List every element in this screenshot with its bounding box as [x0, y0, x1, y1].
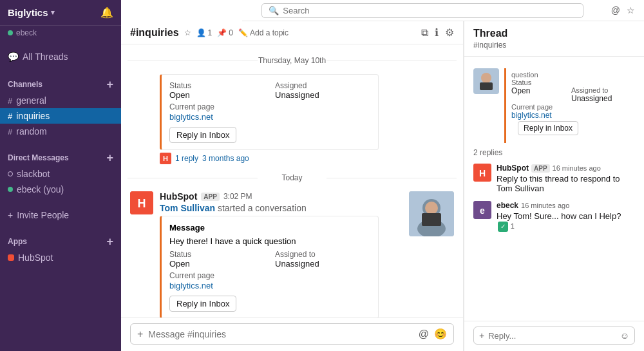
thread-header: Thread #inquiries — [464, 21, 644, 57]
invite-section: + Invite People — [0, 202, 121, 228]
sidebar-item-ebeck[interactable]: ebeck (you) — [0, 182, 121, 197]
thread-current-page: Current page biglytics.net — [511, 103, 630, 120]
reply-in-inbox-button-old[interactable]: Reply in Inbox — [169, 127, 236, 143]
add-topic-link[interactable]: ✏️ Add a topic — [238, 28, 289, 37]
intro-name-link[interactable]: Tom Sullivan — [160, 203, 215, 213]
date-divider-old: Thursday, May 10th — [121, 56, 463, 65]
thread-msg-1-content: HubSpot APP 16 minutes ago Reply to this… — [497, 164, 635, 193]
workspace-name[interactable]: Biglytics ▾ — [8, 7, 55, 18]
chat-input-area: + @ 😊 — [121, 318, 463, 351]
sidebar-user: ebeck — [0, 26, 121, 43]
thread-page-link[interactable]: biglytics.net — [511, 111, 552, 120]
status-col: Status Open — [169, 250, 265, 269]
sidebar-header: Biglytics ▾ 🔔 — [0, 0, 121, 26]
check-badge: ✓ — [498, 222, 508, 232]
app-label: HubSpot — [18, 252, 53, 263]
topbar-icons: @ ☆ — [611, 5, 635, 15]
star-icon[interactable]: ☆ — [184, 28, 191, 37]
person-icon: 👤 — [196, 28, 206, 37]
channels-header-label: Channels — [8, 80, 43, 89]
svg-rect-15 — [480, 82, 493, 90]
apps-header-label: Apps — [8, 237, 27, 246]
channel-meta: ☆ 👤 1 📌 0 ✏️ Add a topic — [184, 28, 289, 37]
chat-input[interactable] — [148, 329, 413, 339]
settings-icon[interactable]: ⚙ — [445, 26, 454, 39]
ebeck-avatar-thread: e — [473, 201, 491, 219]
sidebar-item-hubspot[interactable]: HubSpot — [0, 250, 121, 265]
thread-card-block: question Status Open Assigned to Unassig… — [464, 63, 644, 146]
thread-body: question Status Open Assigned to Unassig… — [464, 57, 644, 321]
copy-icon[interactable]: ⧉ — [421, 27, 428, 39]
apps-header: Apps + — [0, 233, 121, 250]
threads-section: 💬 All Threads — [0, 43, 121, 71]
sidebar-item-slackbot[interactable]: slackbot — [0, 166, 121, 182]
message-old: Status Open Assigned Unassigned Current … — [121, 70, 463, 168]
hubspot-avatar: H — [130, 191, 153, 214]
thread-photo — [473, 68, 499, 94]
svg-text:H: H — [138, 197, 146, 210]
status-row: Status Open Assigned Unassigned — [169, 81, 370, 100]
at-sign-icon[interactable]: @ — [419, 328, 429, 340]
current-page-link[interactable]: biglytics.net — [169, 112, 213, 122]
sidebar: Biglytics ▾ 🔔 ebeck 💬 All Threads Channe… — [0, 0, 121, 351]
workspace-name-text: Biglytics — [8, 7, 48, 18]
hubspot-avatar-thread: H — [473, 164, 491, 182]
app-badge: APP — [201, 193, 220, 201]
star-icon[interactable]: ☆ — [627, 5, 635, 15]
at-icon[interactable]: @ — [611, 5, 620, 15]
hash-icon: # — [8, 111, 12, 121]
current-page-link-new[interactable]: biglytics.net — [169, 281, 213, 290]
current-page-row: Current page biglytics.net — [169, 102, 370, 122]
thread-text-1: Reply to this thread to respond to Tom S… — [497, 174, 635, 193]
plus-icon[interactable]: + — [137, 328, 143, 340]
dm-label: slackbot — [17, 169, 50, 179]
dm-header: Direct Messages + — [0, 149, 121, 166]
main-chat: #inquiries ☆ 👤 1 📌 0 ✏️ Add a topic — [121, 21, 464, 351]
thread-input-area: + ☺ — [464, 321, 644, 351]
thread-status: Open — [511, 86, 570, 103]
thread-reply-input[interactable] — [488, 331, 616, 341]
reply-in-inbox-button-new[interactable]: Reply in Inbox — [169, 296, 236, 312]
sidebar-item-general[interactable]: # general — [0, 93, 121, 108]
sidebar-item-invite[interactable]: + Invite People — [0, 207, 121, 223]
thread-plus-icon[interactable]: + — [479, 330, 484, 341]
sidebar-item-inquiries[interactable]: # inquiries — [0, 108, 121, 124]
info-icon[interactable]: ℹ — [435, 26, 439, 39]
message-card-new: Message Hey there! I have a quick questi… — [160, 216, 379, 318]
thread-input-box: + ☺ — [473, 327, 635, 345]
search-box[interactable]: 🔍 — [261, 3, 583, 18]
dm-header-label: Direct Messages — [8, 153, 69, 162]
card-title: Message — [169, 223, 370, 232]
reply-avatars: H — [160, 153, 171, 164]
thread-emoji-icon[interactable]: ☺ — [620, 330, 629, 341]
hash-icon: # — [8, 127, 12, 137]
svg-text:H: H — [479, 168, 486, 178]
channel-title: #inquiries — [130, 27, 179, 39]
channels-header: Channels + — [0, 76, 121, 93]
message-time: 3:02 PM — [223, 192, 252, 201]
search-input[interactable] — [283, 6, 576, 15]
sidebar-item-random[interactable]: # random — [0, 124, 121, 139]
all-threads-label: All Threads — [23, 52, 68, 62]
notification-bell-icon[interactable]: 🔔 — [100, 6, 113, 19]
card-status-row: Status Open Assigned to Unassigned — [169, 250, 370, 269]
sender-name: HubSpot — [160, 191, 197, 202]
svg-rect-12 — [422, 213, 441, 226]
app-dot-icon — [8, 254, 14, 261]
add-app-button[interactable]: + — [106, 236, 113, 247]
reply-time: 3 months ago — [202, 154, 249, 163]
user-status-dot — [8, 30, 13, 35]
thread-title: Thread — [473, 28, 635, 39]
dm-section: Direct Messages + slackbot ebeck (you) — [0, 144, 121, 202]
sidebar-item-all-threads[interactable]: 💬 All Threads — [0, 48, 121, 66]
hash-icon: # — [8, 96, 12, 106]
thread-reply-inbox-button[interactable]: Reply in Inbox — [518, 121, 578, 135]
thread-assigned: Assigned to Unassigned — [571, 86, 630, 103]
chat-input-box: + @ 😊 — [130, 323, 454, 345]
thread-text-2: Hey Tom! Sure... how can I Help? ✓ 1 — [497, 211, 635, 232]
emoji-icon[interactable]: 😊 — [434, 328, 447, 340]
add-channel-button[interactable]: + — [106, 79, 113, 90]
add-dm-button[interactable]: + — [106, 152, 113, 164]
reply-info-old[interactable]: H 1 reply 3 months ago — [160, 153, 454, 164]
dm-label: ebeck (you) — [17, 184, 64, 194]
